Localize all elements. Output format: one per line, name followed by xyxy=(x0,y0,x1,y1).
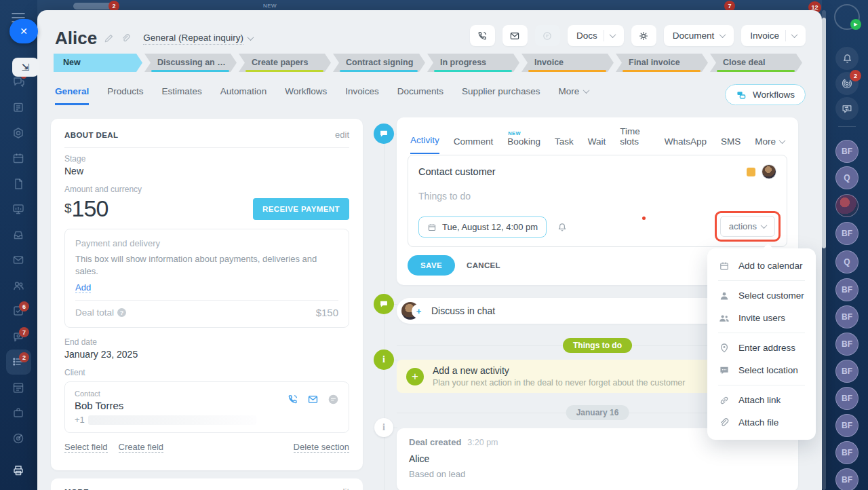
contact-name[interactable]: Bob Torres xyxy=(75,400,123,411)
mail-icon[interactable] xyxy=(12,253,25,267)
chat-contact-icon[interactable] xyxy=(328,394,339,405)
tab-booking[interactable]: NEWBooking xyxy=(507,136,540,154)
create-field-link[interactable]: Create field xyxy=(119,442,163,453)
avatar[interactable]: Q xyxy=(835,250,859,274)
tab-estimates[interactable]: Estimates xyxy=(162,86,202,103)
briefcase-icon[interactable] xyxy=(12,406,25,419)
select-field-link[interactable]: Select field xyxy=(64,442,108,453)
stage-create-papers[interactable]: Create papers xyxy=(239,54,331,72)
timer-button[interactable]: 2 xyxy=(835,72,859,95)
document-dropdown[interactable]: Document xyxy=(664,25,734,46)
avatar[interactable]: BF xyxy=(835,222,859,245)
tab-time-slots[interactable]: Time slots xyxy=(620,126,650,154)
tab-products[interactable]: Products xyxy=(107,86,143,103)
menu-enter-address[interactable]: Enter address xyxy=(707,337,816,359)
activity-title-input[interactable] xyxy=(418,166,622,177)
call-contact-icon[interactable] xyxy=(287,394,298,405)
tab-supplier-purchases[interactable]: Supplier purchases xyxy=(462,86,540,103)
scrollbar-thumb[interactable] xyxy=(822,18,826,248)
tab-sms[interactable]: SMS xyxy=(721,136,741,154)
stage-invoice[interactable]: Invoice xyxy=(521,54,614,72)
tab-wait[interactable]: Wait xyxy=(588,136,606,154)
avatar[interactable]: BF xyxy=(835,360,859,383)
calendar-icon[interactable] xyxy=(12,151,25,165)
target-icon[interactable] xyxy=(12,432,25,445)
workflows-button[interactable]: Workflows xyxy=(725,84,806,105)
actions-dropdown-button[interactable]: actions xyxy=(720,216,775,237)
collapse-to-tray-button[interactable]: ⇲ xyxy=(12,58,39,77)
settings-hex-icon[interactable] xyxy=(12,126,25,140)
tab-automation[interactable]: Automation xyxy=(220,86,267,103)
stage-final-invoice[interactable]: Final invoice xyxy=(616,54,708,72)
news-icon[interactable] xyxy=(12,100,25,114)
avatar[interactable]: BF xyxy=(835,278,859,301)
add-link[interactable]: Add xyxy=(75,282,91,293)
avatar[interactable]: BF xyxy=(835,305,859,328)
avatar[interactable]: BF xyxy=(835,468,859,490)
email-button[interactable] xyxy=(502,25,528,46)
stage-contract-signing[interactable]: Contract signing xyxy=(333,54,425,72)
receive-payment-button[interactable]: RECEIVE PAYMENT xyxy=(253,198,349,220)
avatar[interactable]: BF xyxy=(835,140,859,163)
notifications-button[interactable] xyxy=(835,47,859,70)
email-contact-icon[interactable] xyxy=(307,394,319,405)
tab-activity[interactable]: Activity xyxy=(410,135,439,154)
pipeline-selector[interactable]: General (Repeat inquiry) xyxy=(143,33,253,45)
save-button[interactable]: SAVE xyxy=(408,255,455,276)
inbox-icon[interactable] xyxy=(12,228,25,242)
menu-attach-link[interactable]: Attach link xyxy=(707,389,816,411)
delete-section-link[interactable]: Delete section xyxy=(294,442,349,453)
avatar[interactable]: Q xyxy=(835,166,859,189)
cancel-button[interactable]: CANCEL xyxy=(467,261,500,269)
tab-more[interactable]: More xyxy=(559,86,589,103)
edit-link[interactable]: edit xyxy=(335,487,349,490)
user-avatar[interactable]: ▶ xyxy=(834,4,860,30)
activity-notes-input[interactable] xyxy=(418,191,776,202)
chat-node xyxy=(374,294,394,314)
menu-invite-users[interactable]: Invite users xyxy=(707,307,816,329)
call-button[interactable] xyxy=(470,25,495,46)
menu-select-customer[interactable]: Select customer xyxy=(707,284,816,307)
docs-dropdown[interactable]: Docs xyxy=(568,25,624,46)
edit-link[interactable]: edit xyxy=(335,130,349,140)
info-icon: i xyxy=(382,354,385,365)
menu-attach-file[interactable]: Attach file xyxy=(707,411,816,434)
color-tag[interactable] xyxy=(747,168,755,176)
event-deal-name[interactable]: Alice xyxy=(409,453,786,464)
tab-documents[interactable]: Documents xyxy=(397,86,443,103)
messenger-button[interactable] xyxy=(835,97,859,120)
invoice-dropdown[interactable]: Invoice xyxy=(741,25,806,46)
close-button[interactable]: ✕ xyxy=(9,19,38,43)
agenda-icon[interactable] xyxy=(12,381,25,394)
board-icon[interactable] xyxy=(12,202,25,216)
stage-new[interactable]: New xyxy=(54,54,142,72)
tab-task[interactable]: Task xyxy=(555,136,574,154)
stage-close-deal[interactable]: Close deal xyxy=(710,54,802,72)
tab-general[interactable]: General xyxy=(55,86,89,105)
menu-select-location[interactable]: Select location xyxy=(707,359,816,381)
document-icon[interactable] xyxy=(12,177,25,191)
tab-whatsapp[interactable]: WhatsApp xyxy=(665,136,707,154)
tab-more[interactable]: More xyxy=(755,136,785,154)
assignee-avatar[interactable] xyxy=(762,164,776,179)
printer-icon[interactable] xyxy=(12,464,25,477)
users-icon[interactable] xyxy=(12,279,25,293)
paperclip-icon[interactable] xyxy=(121,33,131,43)
menu-add-to-calendar[interactable]: Add to calendar xyxy=(707,255,816,277)
avatar[interactable]: BF xyxy=(835,414,859,437)
avatar[interactable]: BF xyxy=(835,387,859,410)
reminder-bell-icon[interactable] xyxy=(557,222,568,233)
settings-button[interactable] xyxy=(631,25,656,46)
avatar[interactable]: BF xyxy=(835,333,859,356)
tab-comment[interactable]: Comment xyxy=(454,136,494,154)
contact-card[interactable]: Contact Bob Torres +1 xyxy=(64,381,349,433)
due-date-chip[interactable]: Tue, August 12, 4:00 pm xyxy=(418,216,547,238)
tab-workflows[interactable]: Workflows xyxy=(285,86,327,103)
avatar[interactable]: BF xyxy=(835,441,859,464)
avatar-photo[interactable] xyxy=(835,194,859,217)
stage-discussing[interactable]: Discussing an order... xyxy=(144,54,237,72)
tab-invoices[interactable]: Invoices xyxy=(345,86,379,103)
help-icon[interactable]: ? xyxy=(117,308,126,317)
stage-in-progress[interactable]: In progress xyxy=(427,54,519,72)
edit-pencil-icon[interactable] xyxy=(104,33,114,43)
